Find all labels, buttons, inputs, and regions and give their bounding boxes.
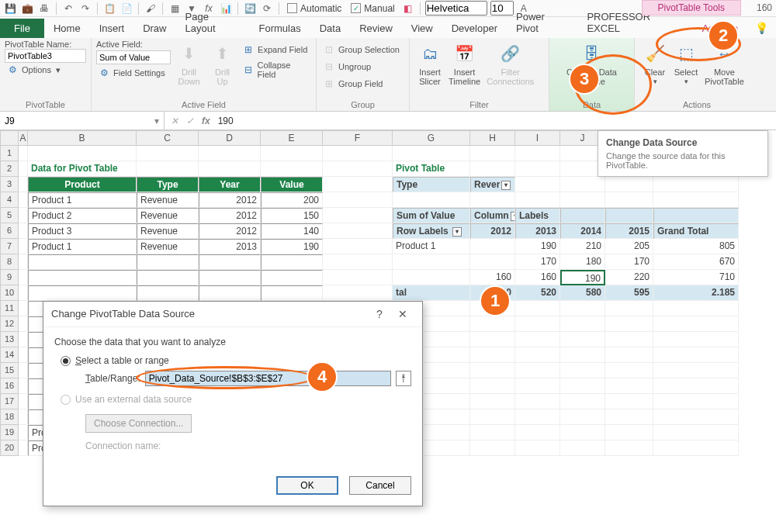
cell[interactable] <box>137 285 199 301</box>
tell-me-icon[interactable]: 💡 <box>747 18 776 38</box>
cell[interactable]: Product 1 <box>393 239 470 254</box>
cell[interactable]: Row Labels ▾ <box>393 223 470 239</box>
cell[interactable] <box>560 378 605 394</box>
cell[interactable] <box>605 332 653 347</box>
cell[interactable]: Grand Total <box>653 223 739 239</box>
cell[interactable] <box>470 440 515 456</box>
cell[interactable] <box>19 378 28 394</box>
cell[interactable]: 2013 <box>199 239 261 254</box>
cell[interactable] <box>515 177 560 192</box>
cell[interactable] <box>560 332 605 347</box>
row-header[interactable]: 5 <box>0 208 19 223</box>
cell[interactable] <box>653 378 739 394</box>
cell[interactable] <box>515 161 560 177</box>
cell[interactable] <box>323 239 393 254</box>
cell[interactable] <box>515 192 560 208</box>
cell[interactable] <box>323 146 393 161</box>
cell[interactable] <box>515 347 560 363</box>
undo-icon[interactable]: ↶ <box>61 2 75 16</box>
cell[interactable] <box>515 409 560 425</box>
cell[interactable]: 2012 <box>199 223 261 239</box>
cell[interactable]: Product <box>28 177 137 192</box>
row-header[interactable]: 10 <box>0 285 19 301</box>
cell[interactable] <box>19 177 28 192</box>
cell[interactable] <box>470 192 515 208</box>
cell[interactable] <box>19 192 28 208</box>
dialog-close-button[interactable]: ✕ <box>391 308 414 320</box>
cell[interactable] <box>261 254 323 270</box>
cell[interactable] <box>261 146 323 161</box>
cell[interactable]: Type <box>137 177 199 192</box>
cell[interactable] <box>470 425 515 440</box>
column-header[interactable]: D <box>199 130 261 146</box>
cell[interactable]: Year <box>199 177 261 192</box>
cell[interactable] <box>470 394 515 409</box>
cell[interactable] <box>19 301 28 316</box>
cell[interactable] <box>19 347 28 363</box>
cell[interactable]: 190 <box>261 239 323 254</box>
cell[interactable] <box>470 347 515 363</box>
row-header[interactable]: 4 <box>0 192 19 208</box>
cell[interactable]: 2014 <box>560 223 605 239</box>
cell[interactable] <box>653 394 739 409</box>
format-painter-icon[interactable]: 🖌 <box>144 2 158 16</box>
cell[interactable] <box>28 254 137 270</box>
range-picker-icon[interactable]: ⭱ <box>396 371 411 386</box>
cell[interactable] <box>19 409 28 425</box>
column-header[interactable]: B <box>28 130 137 146</box>
cell[interactable] <box>653 425 739 440</box>
row-header[interactable]: 15 <box>0 363 19 378</box>
cell[interactable] <box>19 285 28 301</box>
row-header[interactable]: 2 <box>0 161 19 177</box>
formula-input[interactable] <box>218 116 606 126</box>
cell[interactable] <box>470 161 515 177</box>
cell[interactable] <box>323 270 393 285</box>
cancel-formula-icon[interactable]: ✕ <box>171 116 178 126</box>
row-header[interactable]: 14 <box>0 347 19 363</box>
cell[interactable]: Revenue <box>137 239 199 254</box>
cell[interactable] <box>393 270 470 285</box>
cell[interactable]: Revenue <box>137 208 199 223</box>
manual-checkbox[interactable]: ✓Manual <box>351 3 394 14</box>
row-header[interactable]: 8 <box>0 254 19 270</box>
cell[interactable]: 160 <box>515 270 560 285</box>
cell[interactable]: 160 <box>470 270 515 285</box>
cell[interactable] <box>199 146 261 161</box>
cell[interactable]: Data for Pivot Table <box>28 161 137 177</box>
cell[interactable]: Labels <box>515 208 560 223</box>
eraser-icon[interactable]: ◧ <box>401 2 415 16</box>
cell[interactable] <box>28 146 137 161</box>
cell[interactable]: 670 <box>653 254 739 270</box>
column-header[interactable]: G <box>393 130 470 146</box>
cell[interactable] <box>19 208 28 223</box>
tab-developer[interactable]: Developer <box>442 19 507 38</box>
cell[interactable] <box>137 161 199 177</box>
cell[interactable] <box>323 177 393 192</box>
cell[interactable] <box>515 146 560 161</box>
cell[interactable] <box>137 270 199 285</box>
briefcase-icon[interactable]: 💼 <box>20 2 34 16</box>
refresh-all-icon[interactable]: ⟳ <box>260 2 274 16</box>
cell[interactable] <box>515 332 560 347</box>
cell[interactable]: 805 <box>653 239 739 254</box>
cell[interactable]: 190 <box>560 270 605 285</box>
fx-icon[interactable]: fx <box>202 116 210 126</box>
cell[interactable] <box>560 363 605 378</box>
cell[interactable] <box>605 409 653 425</box>
cell[interactable]: 2013 <box>515 223 560 239</box>
tab-draw[interactable]: Draw <box>133 19 175 38</box>
cell[interactable]: Pivot Table <box>393 161 470 177</box>
cell[interactable] <box>19 394 28 409</box>
cell[interactable]: 170 <box>605 254 653 270</box>
radio-select-table[interactable]: SSelect a table or rangeelect a table or… <box>61 355 411 366</box>
cell[interactable] <box>261 161 323 177</box>
options-button[interactable]: ⚙Options▾ <box>5 63 86 77</box>
row-header[interactable]: 7 <box>0 239 19 254</box>
cell[interactable] <box>653 409 739 425</box>
cell[interactable] <box>605 192 653 208</box>
cell[interactable] <box>605 177 653 192</box>
group-field-button[interactable]: ⊞Group Field <box>321 77 404 91</box>
tab-home[interactable]: Home <box>44 19 90 38</box>
cell[interactable]: 210 <box>560 239 605 254</box>
cell[interactable]: Product 1 <box>28 192 137 208</box>
